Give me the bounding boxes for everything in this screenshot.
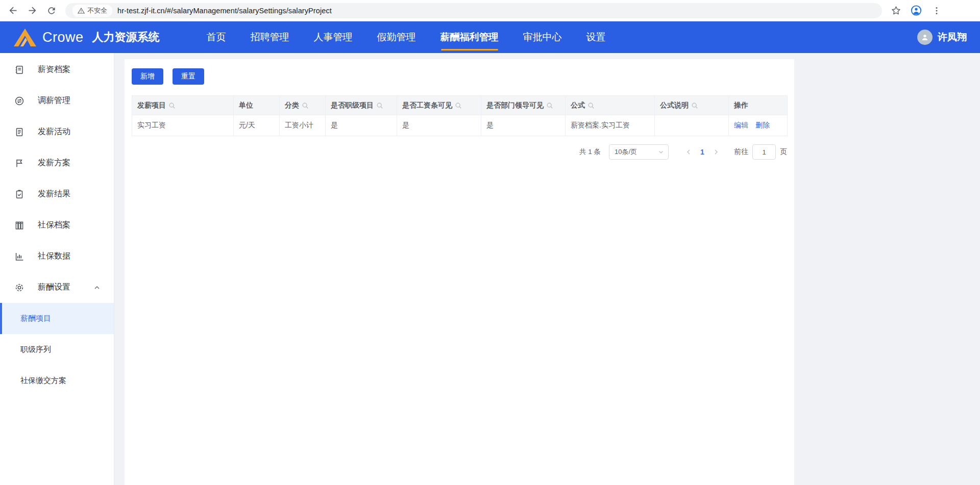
main-area: 新增 重置 发薪项目 单位 分类 是否职级项目 是否工资条可见 是否: [114, 53, 980, 485]
browser-toolbar: 不安全 hr-test.zjf-it.cn/#/salaryManagement…: [0, 0, 980, 21]
sidebar-item-label: 调薪管理: [38, 95, 101, 106]
cell-actions: 编辑删除: [729, 115, 788, 136]
table-header-row: 发薪项目 单位 分类 是否职级项目 是否工资条可见 是否部门领导可见 公式 公式…: [132, 96, 788, 115]
sidebar-item-label: 薪酬设置: [38, 282, 80, 293]
page-unit-label: 页: [780, 147, 787, 157]
forward-icon[interactable]: [27, 5, 38, 16]
edit-link[interactable]: 编辑: [734, 121, 748, 129]
col-header-rank-item: 是否职级项目: [326, 96, 397, 115]
archive-icon: [14, 220, 24, 231]
cell-project: 实习工资: [132, 115, 234, 136]
security-chip[interactable]: 不安全: [72, 5, 112, 17]
cell-formula-note: [655, 115, 729, 136]
security-label: 不安全: [87, 6, 107, 15]
col-header-formula-note: 公式说明: [655, 96, 729, 115]
cell-dept-leader-visible: 是: [481, 115, 566, 136]
logo: Crowe 人力资源系统: [13, 28, 160, 47]
browser-menu-icon[interactable]: [931, 5, 942, 16]
warning-icon: [78, 7, 85, 14]
sidebar-item-social-archive[interactable]: 社保档案: [0, 210, 114, 241]
sidebar-item-salary-archive[interactable]: 薪资档案: [0, 54, 114, 85]
file-icon: [14, 65, 24, 75]
cell-category: 工资小计: [280, 115, 326, 136]
cell-rank-item: 是: [326, 115, 397, 136]
user-name: 许凤翔: [938, 31, 967, 44]
page-size-select[interactable]: 10条/页: [609, 144, 669, 160]
sidebar-item-label: 社保档案: [38, 220, 101, 231]
col-header-dept-leader-visible: 是否部门领导可见: [481, 96, 566, 115]
user-menu[interactable]: 许凤翔: [917, 30, 967, 45]
sidebar-item-label: 薪资档案: [38, 64, 101, 75]
search-icon[interactable]: [376, 102, 383, 109]
app-header: Crowe 人力资源系统 首页 招聘管理 人事管理 假勤管理 薪酬福利管理 审批…: [0, 21, 980, 53]
back-icon[interactable]: [7, 5, 18, 16]
col-header-formula: 公式: [566, 96, 655, 115]
pagination: 共 1 条 10条/页 1 前往 页: [132, 144, 787, 160]
nav-recruitment[interactable]: 招聘管理: [251, 21, 289, 53]
search-icon[interactable]: [168, 102, 176, 109]
prev-page-icon[interactable]: [682, 144, 695, 160]
col-header-actions: 操作: [729, 96, 788, 115]
nav-approval-center[interactable]: 审批中心: [523, 21, 562, 53]
table-row: 实习工资 元/天 工资小计 是 是 是 薪资档案.实习工资 编辑删除: [132, 115, 788, 136]
exchange-icon: [14, 96, 24, 106]
next-page-icon[interactable]: [709, 144, 723, 160]
main-nav: 首页 招聘管理 人事管理 假勤管理 薪酬福利管理 审批中心 设置: [207, 21, 606, 53]
search-icon[interactable]: [302, 102, 309, 109]
sidebar-item-salary-adjust[interactable]: 调薪管理: [0, 85, 114, 116]
page-number[interactable]: 1: [695, 148, 709, 156]
col-header-project: 发薪项目: [132, 96, 234, 115]
sidebar-subitem-social-payment-plan[interactable]: 社保缴交方案: [0, 365, 114, 396]
add-button[interactable]: 新增: [132, 68, 163, 85]
search-icon[interactable]: [691, 102, 698, 109]
chevron-down-icon: [658, 149, 664, 155]
app-title: 人力资源系统: [92, 30, 160, 45]
chevron-up-icon: [93, 284, 101, 291]
nav-home[interactable]: 首页: [207, 21, 226, 53]
sidebar-item-salary-settings[interactable]: 薪酬设置: [0, 272, 114, 303]
search-icon[interactable]: [546, 102, 553, 109]
sidebar-subitem-salary-project[interactable]: 薪酬项目: [0, 303, 114, 334]
content-card: 新增 重置 发薪项目 单位 分类 是否职级项目 是否工资条可见 是否: [125, 59, 794, 485]
toolbar: 新增 重置: [132, 68, 787, 85]
sidebar-item-label: 发薪活动: [38, 126, 101, 137]
total-count: 共 1 条: [579, 147, 601, 157]
clipboard-icon: [14, 127, 24, 137]
nav-attendance[interactable]: 假勤管理: [377, 21, 416, 53]
goto-page-input[interactable]: [752, 144, 776, 160]
crowe-logo-icon: [13, 28, 37, 47]
cell-formula: 薪资档案.实习工资: [566, 115, 655, 136]
clipboard-check-icon: [14, 189, 24, 199]
sidebar: 薪资档案 调薪管理 发薪活动 发薪方案 发薪结果: [0, 53, 114, 485]
profile-icon[interactable]: [911, 5, 922, 16]
delete-link[interactable]: 删除: [755, 121, 770, 129]
refresh-icon[interactable]: [46, 5, 57, 16]
search-icon[interactable]: [455, 102, 462, 109]
nav-settings[interactable]: 设置: [586, 21, 606, 53]
sidebar-item-payroll-plan[interactable]: 发薪方案: [0, 147, 114, 178]
brand-name: Crowe: [42, 30, 84, 45]
address-bar[interactable]: 不安全 hr-test.zjf-it.cn/#/salaryManagement…: [65, 3, 882, 18]
url-text[interactable]: hr-test.zjf-it.cn/#/salaryManagement/sal…: [117, 7, 332, 15]
sidebar-item-payroll-activity[interactable]: 发薪活动: [0, 116, 114, 147]
nav-salary-benefits[interactable]: 薪酬福利管理: [440, 21, 499, 53]
sidebar-item-label: 发薪结果: [38, 189, 101, 199]
flag-icon: [14, 158, 24, 168]
col-header-unit: 单位: [234, 96, 280, 115]
cell-payslip-visible: 是: [397, 115, 481, 136]
sidebar-item-label: 社保数据: [38, 251, 101, 262]
gear-icon: [14, 283, 24, 293]
sidebar-item-label: 发薪方案: [38, 158, 101, 168]
sidebar-item-payroll-result[interactable]: 发薪结果: [0, 178, 114, 210]
nav-personnel[interactable]: 人事管理: [314, 21, 353, 53]
col-header-category: 分类: [280, 96, 326, 115]
cell-unit: 元/天: [234, 115, 280, 136]
reset-button[interactable]: 重置: [173, 68, 204, 85]
search-icon[interactable]: [587, 102, 595, 109]
bar-chart-icon: [14, 251, 24, 262]
salary-project-table: 发薪项目 单位 分类 是否职级项目 是否工资条可见 是否部门领导可见 公式 公式…: [132, 95, 788, 136]
goto-label: 前往: [734, 147, 748, 157]
sidebar-subitem-rank-sequence[interactable]: 职级序列: [0, 334, 114, 365]
bookmark-star-icon[interactable]: [890, 5, 901, 16]
sidebar-item-social-data[interactable]: 社保数据: [0, 241, 114, 272]
